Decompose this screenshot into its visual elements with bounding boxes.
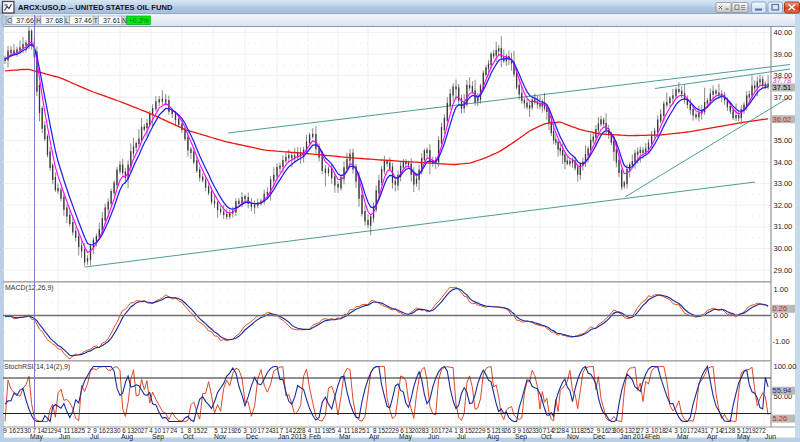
svg-text:+0.2%: +0.2%	[129, 17, 149, 24]
svg-text:24: 24	[665, 427, 673, 434]
svg-text:35.00: 35.00	[774, 136, 793, 145]
svg-text:Sep: Sep	[515, 433, 527, 441]
svg-text:30.00: 30.00	[774, 244, 793, 253]
svg-text:StochRSI(14,14(2),9): StochRSI(14,14(2),9)	[4, 363, 70, 371]
svg-text:May: May	[737, 433, 750, 441]
svg-text:16: 16	[99, 427, 107, 434]
svg-text:22: 22	[201, 427, 209, 434]
svg-text:25: 25	[328, 427, 336, 434]
svg-text:May: May	[399, 433, 412, 441]
svg-text:Feb: Feb	[309, 433, 321, 440]
svg-text:25: 25	[78, 427, 86, 434]
svg-text:30: 30	[113, 427, 121, 434]
svg-text:Dec: Dec	[246, 433, 259, 440]
svg-text:24: 24	[170, 427, 178, 434]
svg-text:37.68: 37.68	[45, 17, 63, 24]
svg-text:26: 26	[504, 427, 512, 434]
svg-text:27: 27	[141, 427, 149, 434]
svg-text:Jul: Jul	[90, 433, 99, 440]
svg-text:25: 25	[358, 427, 366, 434]
svg-text:28: 28	[728, 427, 736, 434]
svg-text:Aug: Aug	[121, 433, 133, 441]
svg-text:5.26: 5.26	[773, 414, 788, 423]
svg-text:18: 18	[351, 427, 359, 434]
svg-text:Jun: Jun	[765, 433, 776, 440]
svg-text:T: T	[94, 17, 98, 24]
svg-text:55.94: 55.94	[773, 386, 792, 395]
svg-text:28: 28	[558, 427, 566, 434]
svg-text:1.00: 1.00	[774, 285, 789, 294]
svg-text:29.00: 29.00	[774, 266, 793, 275]
svg-text:H: H	[36, 17, 41, 24]
svg-text:Apr: Apr	[707, 433, 718, 441]
svg-text:N: N	[122, 17, 127, 24]
svg-text:18: 18	[71, 427, 79, 434]
svg-text:29: 29	[478, 427, 486, 434]
svg-text:36.02: 36.02	[773, 115, 792, 124]
svg-text:Aug: Aug	[487, 433, 499, 441]
svg-text:Mar: Mar	[339, 433, 351, 440]
svg-text:37.46: 37.46	[74, 17, 92, 24]
svg-text:Mar: Mar	[677, 433, 689, 440]
svg-text:Nov: Nov	[214, 433, 227, 440]
svg-text:Jan 2014: Jan 2014	[620, 433, 648, 440]
svg-text:16: 16	[9, 427, 17, 434]
svg-text:Jun: Jun	[428, 433, 439, 440]
svg-text:37.61: 37.61	[103, 17, 121, 24]
svg-text:May: May	[30, 433, 43, 441]
svg-text:Feb: Feb	[648, 433, 660, 440]
svg-text:O: O	[7, 17, 12, 24]
svg-text:Oct: Oct	[541, 433, 552, 440]
svg-text:37.00: 37.00	[774, 93, 793, 102]
svg-text:9: 9	[3, 427, 7, 434]
svg-text:Oct: Oct	[183, 433, 194, 440]
svg-text:33.00: 33.00	[774, 179, 793, 188]
svg-text:34.00: 34.00	[774, 158, 793, 167]
svg-text:L: L	[65, 17, 69, 24]
svg-text:17: 17	[257, 427, 265, 434]
svg-text:26: 26	[234, 427, 242, 434]
svg-text:Jul: Jul	[457, 433, 466, 440]
svg-text:Nov: Nov	[567, 433, 580, 440]
svg-text:24: 24	[445, 427, 453, 434]
svg-text:32.00: 32.00	[774, 201, 793, 210]
svg-text:Jun: Jun	[59, 433, 70, 440]
svg-text:37.51: 37.51	[773, 83, 792, 92]
svg-text:37.66: 37.66	[16, 17, 34, 24]
svg-text:Sep: Sep	[152, 433, 164, 441]
svg-text:Dec: Dec	[593, 433, 606, 440]
svg-text:23: 23	[16, 427, 24, 434]
svg-text:-1.00: -1.00	[773, 337, 790, 346]
svg-text:Jan 2013: Jan 2013	[278, 433, 306, 440]
svg-text:ARCX:USO,D -- UNITED STATES OI: ARCX:USO,D -- UNITED STATES OIL FUND	[18, 3, 173, 12]
svg-text:31.00: 31.00	[774, 222, 793, 231]
svg-text:MACD(12,26,9): MACD(12,26,9)	[5, 284, 54, 292]
svg-text:0.26: 0.26	[773, 304, 788, 313]
svg-text:39.00: 39.00	[774, 50, 793, 59]
svg-text:40.00: 40.00	[774, 28, 793, 37]
svg-text:100.00: 100.00	[774, 362, 797, 371]
svg-text:Apr: Apr	[369, 433, 380, 441]
